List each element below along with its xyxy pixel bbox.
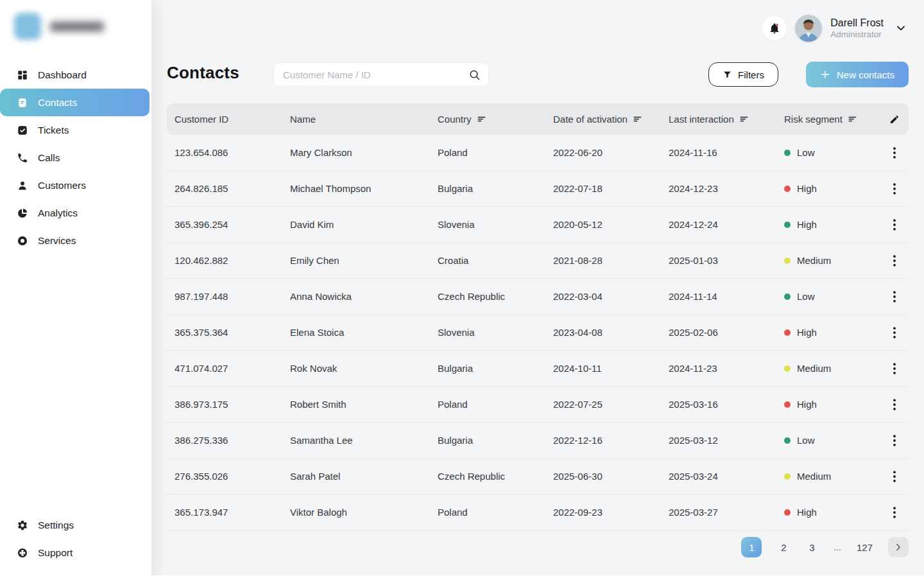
kebab-icon xyxy=(893,183,896,195)
support-icon xyxy=(17,547,28,559)
cell-activation-date: 2025-06-30 xyxy=(553,471,669,482)
sidebar-item-label: Services xyxy=(38,235,76,247)
cell-country: Poland xyxy=(438,147,553,158)
sidebar-item-calls[interactable]: Calls xyxy=(0,144,151,171)
sidebar-item-analytics[interactable]: Analytics xyxy=(0,199,151,227)
notifications-button[interactable] xyxy=(762,16,787,40)
search-box xyxy=(273,62,489,87)
sort-icon[interactable] xyxy=(739,114,749,124)
kebab-icon xyxy=(893,363,896,374)
new-contacts-button[interactable]: New contacts xyxy=(806,62,909,87)
filters-button[interactable]: Filters xyxy=(708,62,778,87)
sidebar-item-label: Dashboard xyxy=(38,69,87,81)
risk-dot xyxy=(784,258,791,264)
column-header-risk-segment[interactable]: Risk segment xyxy=(784,114,880,125)
row-menu-button[interactable] xyxy=(888,359,901,378)
sidebar-item-services[interactable]: Services xyxy=(0,227,151,254)
pagination: 123...127 xyxy=(741,537,909,557)
row-menu-button[interactable] xyxy=(888,503,901,522)
table-row: 120.462.882Emily ChenCroatia2021-08-2820… xyxy=(167,243,909,279)
cell-activation-date: 2020-05-12 xyxy=(553,219,669,230)
sidebar: DashboardContactsTicketsCallsCustomersAn… xyxy=(0,0,151,578)
risk-dot xyxy=(784,509,791,516)
pagination-next-button[interactable] xyxy=(888,537,909,557)
table-row: 264.826.185Michael ThompsonBulgaria2022-… xyxy=(167,171,909,207)
sidebar-item-label: Tickets xyxy=(38,125,69,136)
row-menu-button[interactable] xyxy=(888,467,901,486)
column-header-date-of-activation[interactable]: Date of activation xyxy=(553,114,669,125)
risk-label: Low xyxy=(797,291,815,302)
edit-column-button[interactable] xyxy=(880,114,909,125)
risk-dot xyxy=(784,186,791,192)
row-menu-button[interactable] xyxy=(888,215,901,234)
cell-country: Bulgaria xyxy=(438,435,553,446)
risk-dot xyxy=(784,293,791,300)
cell-actions xyxy=(880,467,909,486)
logo-text-blurred xyxy=(50,22,104,31)
cell-name: Emily Chen xyxy=(290,255,438,266)
contacts-table: Customer IDNameCountryDate of activation… xyxy=(167,103,909,530)
row-menu-button[interactable] xyxy=(888,395,901,414)
avatar[interactable] xyxy=(795,15,822,42)
pagination-page-2[interactable]: 2 xyxy=(777,542,790,553)
cell-country: Czech Republic xyxy=(438,471,553,482)
settings-icon xyxy=(17,520,28,531)
cell-actions xyxy=(880,179,909,198)
cell-last-interaction: 2025-03-16 xyxy=(669,399,784,410)
cell-name: Anna Nowicka xyxy=(290,291,438,302)
kebab-icon xyxy=(893,255,896,267)
table-header-row: Customer IDNameCountryDate of activation… xyxy=(167,103,909,135)
row-menu-button[interactable] xyxy=(888,323,901,342)
cell-risk-segment: High xyxy=(784,507,880,518)
sidebar-item-customers[interactable]: Customers xyxy=(0,171,151,199)
risk-label: Medium xyxy=(797,363,831,374)
risk-dot xyxy=(784,150,791,156)
row-menu-button[interactable] xyxy=(888,431,901,450)
pagination-page-127[interactable]: 127 xyxy=(857,542,873,553)
cell-last-interaction: 2024-11-16 xyxy=(669,147,784,158)
column-header-last-interaction[interactable]: Last interaction xyxy=(669,114,784,125)
row-menu-button[interactable] xyxy=(888,179,901,198)
table-row: 987.197.448Anna NowickaCzech Republic202… xyxy=(167,279,909,315)
bottom-strip xyxy=(0,575,924,578)
cell-last-interaction: 2024-12-23 xyxy=(669,183,784,194)
row-menu-button[interactable] xyxy=(888,143,901,162)
cell-risk-segment: High xyxy=(784,219,880,230)
user-box: Darell Frost Administrator xyxy=(762,15,910,42)
sidebar-item-support[interactable]: Support xyxy=(0,539,151,566)
filter-funnel-icon xyxy=(723,70,732,80)
cell-risk-segment: Low xyxy=(784,291,880,302)
cell-actions xyxy=(880,323,909,342)
table-row: 365.375.364Elena StoicaSlovenia2023-04-0… xyxy=(167,315,909,351)
cell-country: Slovenia xyxy=(438,327,553,338)
table-row: 471.074.027Rok NovakBulgaria2024-10-1120… xyxy=(167,351,909,387)
column-header-country[interactable]: Country xyxy=(438,114,553,125)
sort-icon[interactable] xyxy=(633,114,642,124)
cell-last-interaction: 2024-12-24 xyxy=(669,219,784,230)
table-row: 386.973.175Robert SmithPoland2022-07-252… xyxy=(167,387,909,423)
cell-name: Elena Stoica xyxy=(290,327,438,338)
analytics-icon xyxy=(17,207,28,219)
sidebar-item-dashboard[interactable]: Dashboard xyxy=(0,61,151,89)
search-input[interactable] xyxy=(274,69,468,80)
column-header-customer-id: Customer ID xyxy=(175,114,290,125)
risk-dot xyxy=(784,365,791,372)
sidebar-item-contacts[interactable]: Contacts xyxy=(0,89,150,116)
row-menu-button[interactable] xyxy=(888,287,901,306)
sort-icon[interactable] xyxy=(477,114,486,124)
row-menu-button[interactable] xyxy=(888,251,901,270)
sidebar-item-settings[interactable]: Settings xyxy=(0,511,151,539)
search-icon[interactable] xyxy=(468,69,481,81)
risk-label: Low xyxy=(797,435,815,446)
risk-label: High xyxy=(797,507,817,518)
cell-activation-date: 2022-09-23 xyxy=(553,507,669,518)
edit-pencil-icon xyxy=(889,114,900,125)
sidebar-item-tickets[interactable]: Tickets xyxy=(0,116,151,144)
pagination-page-1[interactable]: 1 xyxy=(741,537,762,557)
cell-risk-segment: High xyxy=(784,327,880,338)
sort-icon[interactable] xyxy=(848,114,857,124)
kebab-icon xyxy=(893,471,896,482)
pagination-page-3[interactable]: 3 xyxy=(805,542,818,553)
user-menu-button[interactable] xyxy=(892,19,910,37)
cell-country: Bulgaria xyxy=(438,363,553,374)
